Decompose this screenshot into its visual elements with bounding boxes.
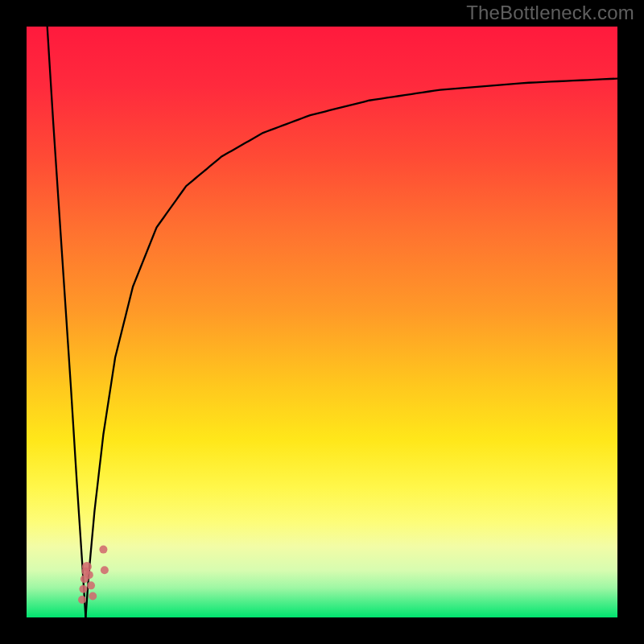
left-branch-line xyxy=(47,27,86,617)
chart-frame: TheBottleneck.com xyxy=(0,0,644,644)
scatter-dot xyxy=(82,562,92,572)
scatter-dot xyxy=(78,596,86,604)
curve-layer xyxy=(27,27,617,617)
watermark: TheBottleneck.com xyxy=(466,2,634,24)
scatter-dot xyxy=(99,546,107,554)
scatter-dot xyxy=(79,585,87,593)
scatter-dot xyxy=(87,581,95,589)
scatter-dot xyxy=(101,566,109,574)
right-branch-line xyxy=(85,79,617,617)
plot-area xyxy=(27,27,617,617)
scatter-dot xyxy=(85,571,93,579)
scatter-dot xyxy=(89,592,97,601)
